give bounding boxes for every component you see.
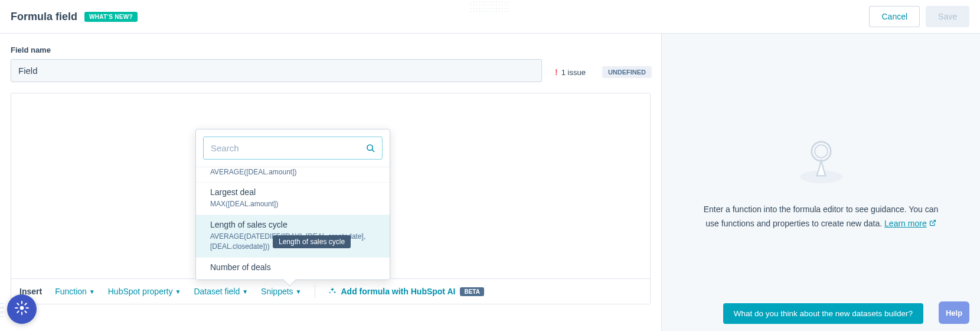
- chevron-down-icon: ▼: [296, 288, 302, 295]
- status-row: ! 1 issue UNDEFINED: [555, 66, 652, 78]
- guidance-text: Enter a function into the formula editor…: [697, 203, 945, 231]
- snippet-formula: AVERAGE([DEAL.amount]): [210, 167, 375, 177]
- warning-icon: !: [555, 67, 558, 77]
- chevron-down-icon: ▼: [242, 288, 248, 295]
- snippet-title: Largest deal: [210, 187, 375, 197]
- dataset-field-label: Dataset field: [194, 287, 240, 296]
- top-bar-actions: Cancel Save: [869, 6, 969, 27]
- snippets-popover: AVERAGE([DEAL.amount]) Largest deal MAX(…: [195, 129, 390, 280]
- snippet-item[interactable]: Number of deals: [196, 258, 390, 280]
- field-name-label: Field name: [11, 46, 651, 54]
- hubspot-property-dropdown[interactable]: HubSpot property ▼: [108, 287, 181, 296]
- tooltip: Length of sales cycle: [273, 235, 351, 248]
- search-icon: [366, 144, 375, 155]
- assistant-fab[interactable]: [7, 294, 37, 324]
- snippet-item[interactable]: Length of sales cycle AVERAGE(DATEDIFF("…: [196, 215, 390, 258]
- feedback-prompt[interactable]: What do you think about the new datasets…: [723, 303, 923, 324]
- chevron-down-icon: ▼: [89, 288, 95, 295]
- top-bar-left: Formula field WHAT'S NEW?: [11, 11, 138, 23]
- chevron-down-icon: ▼: [175, 288, 181, 295]
- sparkle-icon: [328, 287, 337, 297]
- snippet-item[interactable]: Largest deal MAX([DEAL.amount]): [196, 183, 390, 215]
- formula-editor[interactable]: AVERAGE([DEAL.amount]) Largest deal MAX(…: [11, 93, 651, 304]
- drag-handle-icon[interactable]: ::::::::::::::::::::::::::::: [471, 0, 510, 13]
- beta-badge: BETA: [460, 287, 484, 296]
- hubspot-property-label: HubSpot property: [108, 287, 173, 296]
- svg-line-5: [932, 220, 936, 223]
- save-button: Save: [926, 6, 969, 27]
- dataset-field-dropdown[interactable]: Dataset field ▼: [194, 287, 248, 296]
- ai-link-label: Add formula with HubSpot AI: [341, 287, 456, 296]
- field-type-badge: UNDEFINED: [602, 66, 652, 78]
- issue-indicator[interactable]: ! 1 issue: [555, 67, 586, 77]
- snippet-title: Length of sales cycle: [210, 220, 375, 229]
- snippet-title: Number of deals: [210, 262, 375, 272]
- search-input[interactable]: [203, 137, 383, 160]
- page-title: Formula field: [11, 11, 77, 23]
- magnify-illustration: [795, 135, 848, 189]
- learn-more-label: Learn more: [884, 217, 927, 231]
- issue-count: 1 issue: [561, 68, 586, 77]
- external-link-icon: [929, 217, 936, 231]
- help-button[interactable]: Help: [939, 301, 969, 324]
- function-label: Function: [55, 287, 87, 296]
- svg-point-6: [20, 306, 24, 310]
- divider: [315, 285, 315, 298]
- fab-drag-handle-icon[interactable]: ::::::: [0, 303, 4, 317]
- add-formula-ai-link[interactable]: Add formula with HubSpot AI BETA: [328, 287, 484, 297]
- function-dropdown[interactable]: Function ▼: [55, 287, 95, 296]
- insert-toolbar: Insert Function ▼ HubSpot property ▼ Dat…: [11, 278, 650, 304]
- snippet-formula: MAX([DEAL.amount]): [210, 199, 375, 209]
- guidance-panel: Enter a function into the formula editor…: [661, 34, 980, 331]
- snippet-item[interactable]: AVERAGE([DEAL.amount]): [196, 167, 390, 183]
- sparkle-burst-icon: [14, 300, 30, 318]
- svg-point-4: [815, 145, 828, 158]
- svg-point-0: [367, 145, 373, 150]
- editor-column: Field name ! 1 issue UNDEFINED AVERAGE: [0, 34, 661, 331]
- whats-new-badge[interactable]: WHAT'S NEW?: [84, 12, 138, 22]
- field-name-input[interactable]: [11, 59, 542, 82]
- learn-more-link[interactable]: Learn more: [884, 217, 936, 231]
- main-area: Field name ! 1 issue UNDEFINED AVERAGE: [0, 34, 980, 331]
- snippets-label: Snippets: [261, 287, 293, 296]
- snippet-list[interactable]: AVERAGE([DEAL.amount]) Largest deal MAX(…: [196, 167, 390, 280]
- popover-search-wrap: [196, 129, 390, 167]
- cancel-button[interactable]: Cancel: [869, 6, 920, 27]
- snippets-dropdown[interactable]: Snippets ▼: [261, 287, 301, 296]
- svg-line-1: [372, 150, 374, 152]
